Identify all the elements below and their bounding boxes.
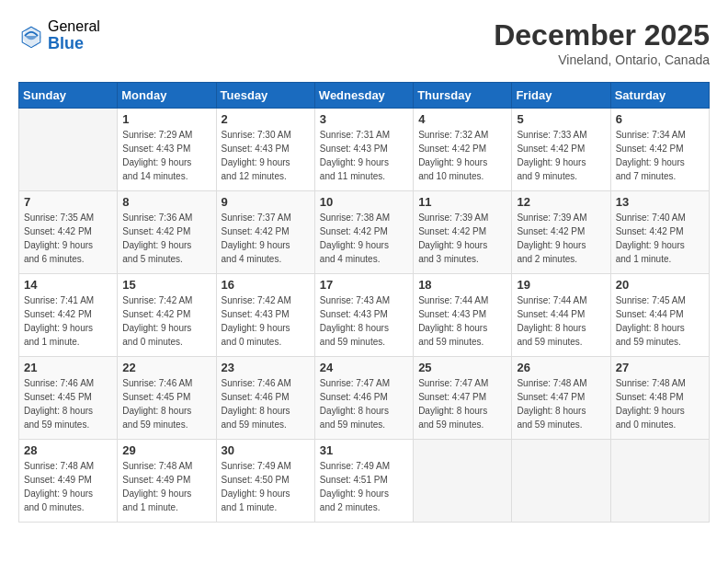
day-number: 19	[517, 278, 605, 292]
day-number: 24	[320, 361, 408, 374]
column-header-wednesday: Wednesday	[314, 83, 413, 109]
day-cell: 1Sunrise: 7:29 AM Sunset: 4:43 PM Daylig…	[118, 109, 216, 191]
day-info: Sunrise: 7:46 AM Sunset: 4:45 PM Dayligh…	[24, 376, 112, 431]
day-info: Sunrise: 7:39 AM Sunset: 4:42 PM Dayligh…	[517, 211, 605, 266]
day-info: Sunrise: 7:47 AM Sunset: 4:47 PM Dayligh…	[418, 376, 506, 431]
day-number: 8	[122, 195, 210, 209]
day-info: Sunrise: 7:29 AM Sunset: 4:43 PM Dayligh…	[122, 128, 210, 183]
column-header-tuesday: Tuesday	[216, 83, 314, 109]
day-cell: 21Sunrise: 7:46 AM Sunset: 4:45 PM Dayli…	[19, 357, 118, 440]
day-number: 25	[418, 361, 506, 374]
day-info: Sunrise: 7:48 AM Sunset: 4:48 PM Dayligh…	[616, 376, 704, 431]
day-cell: 23Sunrise: 7:46 AM Sunset: 4:46 PM Dayli…	[216, 357, 314, 440]
day-info: Sunrise: 7:41 AM Sunset: 4:42 PM Dayligh…	[24, 293, 112, 349]
day-cell: 6Sunrise: 7:34 AM Sunset: 4:42 PM Daylig…	[610, 109, 709, 191]
day-info: Sunrise: 7:49 AM Sunset: 4:51 PM Dayligh…	[320, 459, 408, 514]
week-row-5: 28Sunrise: 7:48 AM Sunset: 4:49 PM Dayli…	[19, 440, 710, 523]
page-header: General Blue December 2025 Vineland, Ont…	[18, 18, 710, 67]
day-number: 17	[320, 278, 408, 292]
day-cell: 8Sunrise: 7:36 AM Sunset: 4:42 PM Daylig…	[118, 191, 216, 274]
day-info: Sunrise: 7:43 AM Sunset: 4:43 PM Dayligh…	[320, 293, 408, 349]
day-cell: 2Sunrise: 7:30 AM Sunset: 4:43 PM Daylig…	[216, 109, 314, 191]
day-cell	[19, 109, 118, 191]
day-number: 15	[122, 278, 210, 292]
day-cell: 13Sunrise: 7:40 AM Sunset: 4:42 PM Dayli…	[610, 191, 709, 274]
day-number: 11	[418, 195, 506, 209]
day-number: 28	[24, 443, 112, 457]
day-info: Sunrise: 7:48 AM Sunset: 4:47 PM Dayligh…	[517, 376, 605, 431]
day-number: 26	[517, 361, 605, 374]
day-number: 30	[222, 443, 310, 457]
day-cell	[610, 440, 709, 523]
day-info: Sunrise: 7:48 AM Sunset: 4:49 PM Dayligh…	[122, 459, 210, 514]
column-header-monday: Monday	[118, 83, 216, 109]
day-cell	[414, 440, 512, 523]
day-number: 2	[222, 112, 310, 126]
logo-icon	[18, 23, 44, 49]
day-info: Sunrise: 7:36 AM Sunset: 4:42 PM Dayligh…	[122, 211, 210, 266]
day-cell: 24Sunrise: 7:47 AM Sunset: 4:46 PM Dayli…	[314, 357, 413, 440]
day-info: Sunrise: 7:49 AM Sunset: 4:50 PM Dayligh…	[222, 459, 310, 514]
logo-blue: Blue	[48, 35, 100, 53]
day-number: 13	[616, 195, 704, 209]
day-info: Sunrise: 7:44 AM Sunset: 4:43 PM Dayligh…	[418, 293, 506, 349]
day-cell: 16Sunrise: 7:42 AM Sunset: 4:43 PM Dayli…	[216, 274, 314, 357]
location: Vineland, Ontario, Canada	[494, 52, 710, 67]
day-info: Sunrise: 7:48 AM Sunset: 4:49 PM Dayligh…	[24, 459, 112, 514]
day-cell: 4Sunrise: 7:32 AM Sunset: 4:42 PM Daylig…	[414, 109, 512, 191]
day-number: 22	[122, 361, 210, 374]
day-cell	[512, 440, 610, 523]
day-info: Sunrise: 7:30 AM Sunset: 4:43 PM Dayligh…	[222, 128, 310, 183]
title-block: December 2025 Vineland, Ontario, Canada	[494, 18, 710, 67]
day-cell: 9Sunrise: 7:37 AM Sunset: 4:42 PM Daylig…	[216, 191, 314, 274]
month-title: December 2025	[494, 18, 710, 52]
logo: General Blue	[18, 18, 100, 52]
day-number: 1	[122, 112, 210, 126]
day-number: 18	[418, 278, 506, 292]
calendar: SundayMondayTuesdayWednesdayThursdayFrid…	[18, 82, 710, 523]
day-cell: 28Sunrise: 7:48 AM Sunset: 4:49 PM Dayli…	[19, 440, 118, 523]
day-cell: 17Sunrise: 7:43 AM Sunset: 4:43 PM Dayli…	[314, 274, 413, 357]
day-cell: 5Sunrise: 7:33 AM Sunset: 4:42 PM Daylig…	[512, 109, 610, 191]
day-info: Sunrise: 7:42 AM Sunset: 4:42 PM Dayligh…	[122, 293, 210, 349]
day-cell: 11Sunrise: 7:39 AM Sunset: 4:42 PM Dayli…	[414, 191, 512, 274]
day-info: Sunrise: 7:44 AM Sunset: 4:44 PM Dayligh…	[517, 293, 605, 349]
day-number: 20	[616, 278, 704, 292]
day-cell: 25Sunrise: 7:47 AM Sunset: 4:47 PM Dayli…	[414, 357, 512, 440]
week-row-1: 1Sunrise: 7:29 AM Sunset: 4:43 PM Daylig…	[19, 109, 710, 191]
week-row-2: 7Sunrise: 7:35 AM Sunset: 4:42 PM Daylig…	[19, 191, 710, 274]
day-info: Sunrise: 7:31 AM Sunset: 4:43 PM Dayligh…	[320, 128, 408, 183]
day-number: 27	[616, 361, 704, 374]
day-cell: 31Sunrise: 7:49 AM Sunset: 4:51 PM Dayli…	[314, 440, 413, 523]
day-number: 10	[320, 195, 408, 209]
day-number: 5	[517, 112, 605, 126]
logo-text: General Blue	[48, 18, 100, 52]
day-cell: 3Sunrise: 7:31 AM Sunset: 4:43 PM Daylig…	[314, 109, 413, 191]
column-header-saturday: Saturday	[610, 83, 709, 109]
day-cell: 22Sunrise: 7:46 AM Sunset: 4:45 PM Dayli…	[118, 357, 216, 440]
day-info: Sunrise: 7:40 AM Sunset: 4:42 PM Dayligh…	[616, 211, 704, 266]
day-info: Sunrise: 7:32 AM Sunset: 4:42 PM Dayligh…	[418, 128, 506, 183]
day-cell: 26Sunrise: 7:48 AM Sunset: 4:47 PM Dayli…	[512, 357, 610, 440]
day-info: Sunrise: 7:35 AM Sunset: 4:42 PM Dayligh…	[24, 211, 112, 266]
day-info: Sunrise: 7:33 AM Sunset: 4:42 PM Dayligh…	[517, 128, 605, 183]
header-row: SundayMondayTuesdayWednesdayThursdayFrid…	[19, 83, 710, 109]
day-number: 16	[222, 278, 310, 292]
day-cell: 18Sunrise: 7:44 AM Sunset: 4:43 PM Dayli…	[414, 274, 512, 357]
day-number: 21	[24, 361, 112, 374]
day-cell: 27Sunrise: 7:48 AM Sunset: 4:48 PM Dayli…	[610, 357, 709, 440]
day-cell: 30Sunrise: 7:49 AM Sunset: 4:50 PM Dayli…	[216, 440, 314, 523]
day-info: Sunrise: 7:46 AM Sunset: 4:45 PM Dayligh…	[122, 376, 210, 431]
day-number: 14	[24, 278, 112, 292]
day-number: 9	[222, 195, 310, 209]
day-info: Sunrise: 7:42 AM Sunset: 4:43 PM Dayligh…	[222, 293, 310, 349]
day-number: 23	[222, 361, 310, 374]
week-row-4: 21Sunrise: 7:46 AM Sunset: 4:45 PM Dayli…	[19, 357, 710, 440]
day-info: Sunrise: 7:37 AM Sunset: 4:42 PM Dayligh…	[222, 211, 310, 266]
day-number: 4	[418, 112, 506, 126]
day-cell: 15Sunrise: 7:42 AM Sunset: 4:42 PM Dayli…	[118, 274, 216, 357]
column-header-thursday: Thursday	[414, 83, 512, 109]
column-header-friday: Friday	[512, 83, 610, 109]
day-number: 7	[24, 195, 112, 209]
day-cell: 14Sunrise: 7:41 AM Sunset: 4:42 PM Dayli…	[19, 274, 118, 357]
